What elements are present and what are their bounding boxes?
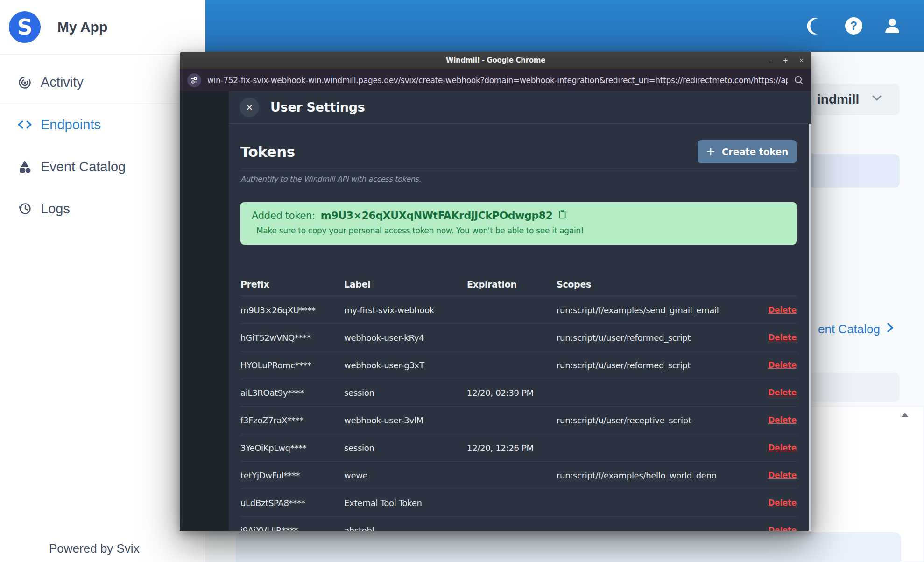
background-bottom-band (236, 532, 901, 562)
zoom-magnifier-icon[interactable] (794, 75, 804, 85)
token-label: ahstobl (344, 526, 467, 531)
chrome-window: Windmill - Google Chrome – + × win-752-f… (180, 52, 811, 531)
sidebar-item-label: Endpoints (41, 117, 101, 133)
table-row: uLdBztSPA8**** External Tool Token Delet… (240, 489, 797, 517)
sidebar-nav: Activity Endpoints Event Catalog (0, 55, 205, 230)
chevron-down-icon (871, 92, 882, 107)
token-label: session (344, 443, 467, 453)
delete-token-link[interactable]: Delete (768, 388, 797, 397)
sidebar-item-event-catalog[interactable]: Event Catalog (0, 146, 205, 188)
table-header-row: Prefix Label Expiration Scopes (240, 273, 797, 296)
delete-token-link[interactable]: Delete (768, 498, 797, 507)
window-titlebar[interactable]: Windmill - Google Chrome – + × (180, 52, 811, 69)
table-row: f3FzoZ7raX**** webhook-user-3vlM run:scr… (240, 407, 797, 434)
delete-token-link[interactable]: Delete (768, 333, 797, 342)
token-prefix: m9U3×26qXU**** (240, 305, 344, 315)
token-label: External Tool Token (344, 498, 467, 508)
delete-token-link[interactable]: Delete (768, 415, 797, 425)
modal-scrollbar[interactable] (809, 124, 811, 531)
moon-icon[interactable] (805, 16, 825, 36)
token-scopes: run:script/f/examples/hello_world_deno (557, 471, 755, 480)
column-header-scopes: Scopes (557, 279, 755, 289)
sidebar-item-logs[interactable]: Logs (0, 188, 205, 230)
clipboard-icon[interactable] (558, 209, 566, 222)
background-card (799, 373, 900, 402)
table-row: i9AiXVLJlR**** ahstobl Delete (240, 517, 797, 531)
activity-icon (15, 75, 34, 90)
token-label: session (344, 388, 467, 398)
tokens-subtitle: Authentify to the Windmill API with acce… (240, 175, 797, 183)
site-settings-icon[interactable] (187, 73, 201, 87)
scroll-up-arrow[interactable] (902, 413, 908, 417)
close-window-button[interactable]: × (799, 57, 804, 63)
chevron-right-icon (885, 322, 895, 337)
token-prefix: tetYjDwFul**** (240, 471, 344, 480)
user-icon[interactable] (883, 17, 902, 35)
workspace-name: indmill (817, 92, 859, 107)
window-title: Windmill - Google Chrome (180, 56, 811, 64)
table-row: hGiT52wVNQ**** webhook-user-kRy4 run:scr… (240, 324, 797, 351)
svix-logo: S (9, 11, 41, 43)
sidebar-item-activity[interactable]: Activity (0, 62, 205, 104)
plus-icon: + (706, 145, 715, 158)
delete-token-link[interactable]: Delete (768, 526, 797, 531)
column-header-prefix: Prefix (240, 279, 344, 289)
window-controls: – + × (769, 57, 804, 63)
create-token-button[interactable]: + Create token (698, 140, 797, 163)
history-icon (15, 201, 34, 216)
column-header-label: Label (344, 279, 467, 289)
table-row: tetYjDwFul**** wewe run:script/f/example… (240, 462, 797, 489)
token-prefix: hGiT52wVNQ**** (240, 333, 344, 343)
token-prefix: aiL3ROat9y**** (240, 388, 344, 398)
added-token-banner: Added token: m9U3×26qXUXqNWtFAKrdjJCkPOd… (240, 202, 797, 245)
tokens-heading: Tokens (240, 143, 295, 160)
close-icon[interactable]: ✕ (240, 98, 259, 117)
delete-token-link[interactable]: Delete (768, 443, 797, 452)
token-prefix: 3YeOiKpLwq**** (240, 443, 344, 453)
drawer-body: Tokens + Create token Authentify to the … (229, 124, 811, 531)
token-prefix: i9AiXVLJlR**** (240, 526, 344, 531)
sidebar-item-label: Event Catalog (41, 159, 126, 175)
tokens-table: Prefix Label Expiration Scopes m9U3×26qX… (240, 273, 797, 531)
minimize-button[interactable]: – (769, 57, 772, 63)
workspace-selector[interactable]: indmill (799, 84, 900, 115)
banner-lead: Added token: (252, 210, 315, 221)
help-icon[interactable]: ? (845, 17, 862, 35)
token-label: webhook-user-3vlM (344, 415, 467, 425)
shapes-icon (15, 159, 34, 174)
token-scopes: run:script/u/user/reformed_script (557, 360, 755, 370)
sidebar-item-label: Logs (41, 201, 70, 217)
banner-note: Make sure to copy your personal access t… (252, 226, 785, 235)
url-text[interactable]: win-752-fix-svix-webhook-win.windmill.pa… (207, 76, 788, 85)
token-scopes: run:script/u/user/reformed_script (557, 333, 755, 343)
user-settings-drawer: ✕ User Settings Tokens + Create token Au… (229, 91, 811, 531)
code-brackets-icon (15, 118, 34, 132)
delete-token-link[interactable]: Delete (768, 471, 797, 480)
maximize-button[interactable]: + (783, 57, 788, 63)
token-label: wewe (344, 471, 467, 480)
table-row: aiL3ROat9y**** session 12/20, 02:39 PM D… (240, 379, 797, 407)
sidebar-item-label: Activity (41, 75, 84, 90)
background-card (799, 154, 900, 188)
window-content: ✕ User Settings Tokens + Create token Au… (180, 91, 811, 531)
delete-token-link[interactable]: Delete (768, 360, 797, 370)
token-scopes: run:script/f/examples/send_gmail_email (557, 305, 755, 315)
token-label: my-first-svix-webhook (344, 305, 467, 315)
token-expiration: 12/20, 12:26 PM (467, 443, 557, 453)
column-header-expiration: Expiration (467, 279, 557, 289)
table-row: HYOLuPRomc**** webhook-user-g3xT run:scr… (240, 351, 797, 379)
powered-by-svix: Powered by Svix (49, 541, 140, 556)
sidebar-item-endpoints[interactable]: Endpoints (0, 104, 205, 146)
token-expiration: 12/20, 02:39 PM (467, 388, 557, 398)
delete-token-link[interactable]: Delete (768, 305, 797, 315)
sidebar-header: S My App (0, 0, 205, 55)
token-value: m9U3×26qXUXqNWtFAKrdjJCkPOdwgp82 (321, 210, 553, 221)
table-row: m9U3×26qXU**** my-first-svix-webhook run… (240, 296, 797, 324)
token-prefix: uLdBztSPA8**** (240, 498, 344, 508)
token-label: webhook-user-kRy4 (344, 333, 467, 343)
address-bar[interactable]: win-752-fix-svix-webhook-win.windmill.pa… (180, 69, 811, 91)
app-name: My App (57, 19, 107, 35)
event-catalog-link[interactable]: ent Catalog (818, 322, 895, 337)
token-prefix: HYOLuPRomc**** (240, 360, 344, 370)
token-prefix: f3FzoZ7raX**** (240, 415, 344, 425)
